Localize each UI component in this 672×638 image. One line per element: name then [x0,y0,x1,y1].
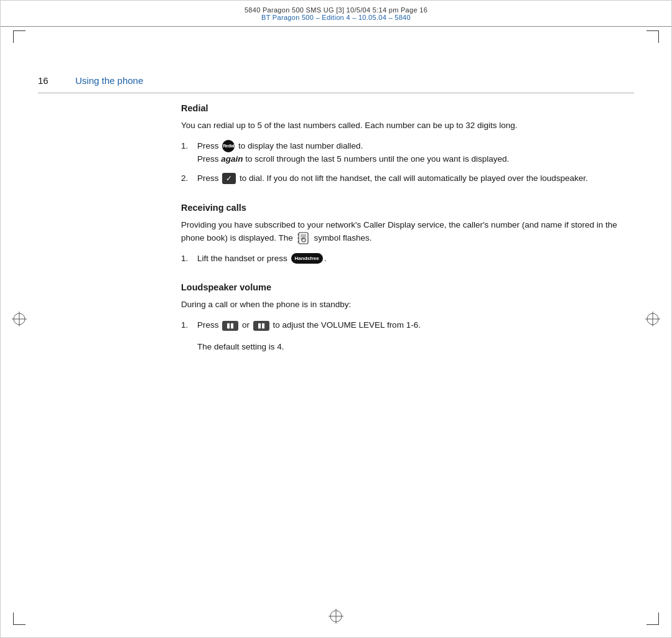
dial-button-icon: ✓ [222,173,236,184]
section-title: Using the phone [75,75,143,86]
receiving-calls-intro: Providing you have subscribed to your ne… [181,219,622,245]
loudspeaker-note: The default setting is 4. [197,341,622,354]
header-line2: BT Paragon 500 – Edition 4 – 10.05.04 – … [261,14,411,21]
reg-mark-right [645,312,660,326]
loudspeaker-section: Loudspeaker volume During a call or when… [181,282,622,354]
crop-mark-bl [13,613,26,625]
header-divider [38,93,634,93]
header-line1: 5840 Paragon 500 SMS UG [3] 10/5/04 5:14… [245,6,427,14]
loudspeaker-heading: Loudspeaker volume [181,282,622,292]
crop-mark-tr [646,30,659,43]
redial-step-1: 1. Press Redial to display the last numb… [181,140,622,166]
redial-heading: Redial [181,103,622,113]
reg-mark-bottom [329,609,343,624]
page-header: 16 Using the phone [38,75,634,86]
loudspeaker-intro: During a call or when the phone is in st… [181,298,622,312]
volume-up-button: ▮▮ [253,321,269,331]
loudspeaker-step-1: 1. Press ▮▮ or ▮▮ to adjust the VOLUME L… [181,319,622,332]
loudspeaker-steps: 1. Press ▮▮ or ▮▮ to adjust the VOLUME L… [181,319,622,332]
header-bar: 5840 Paragon 500 SMS UG [3] 10/5/04 5:14… [1,1,671,27]
redial-step-2: 2. Press ✓ to dial. If you do not lift t… [181,172,622,185]
phonebook-icon [297,232,310,244]
receiving-calls-section: Receiving calls Providing you have subsc… [181,203,622,266]
receiving-steps: 1. Lift the handset or press Handsfree. [181,252,622,266]
crop-mark-tl [13,30,26,43]
redial-intro: You can redial up to 5 of the last numbe… [181,119,622,132]
redial-steps: 1. Press Redial to display the last numb… [181,140,622,185]
crop-mark-br [646,613,659,625]
receiving-calls-heading: Receiving calls [181,203,622,213]
content-area: Redial You can redial up to 5 of the las… [181,103,622,600]
page-number: 16 [38,75,57,86]
page-container: 5840 Paragon 500 SMS UG [3] 10/5/04 5:14… [0,0,672,638]
redial-section: Redial You can redial up to 5 of the las… [181,103,622,185]
volume-down-button: ▮▮ [222,321,238,331]
reg-mark-left [12,312,27,326]
receiving-step-1: 1. Lift the handset or press Handsfree. [181,252,622,266]
redial-button-icon: Redial [222,140,235,152]
handsfree-button-icon: Handsfree [291,253,323,264]
